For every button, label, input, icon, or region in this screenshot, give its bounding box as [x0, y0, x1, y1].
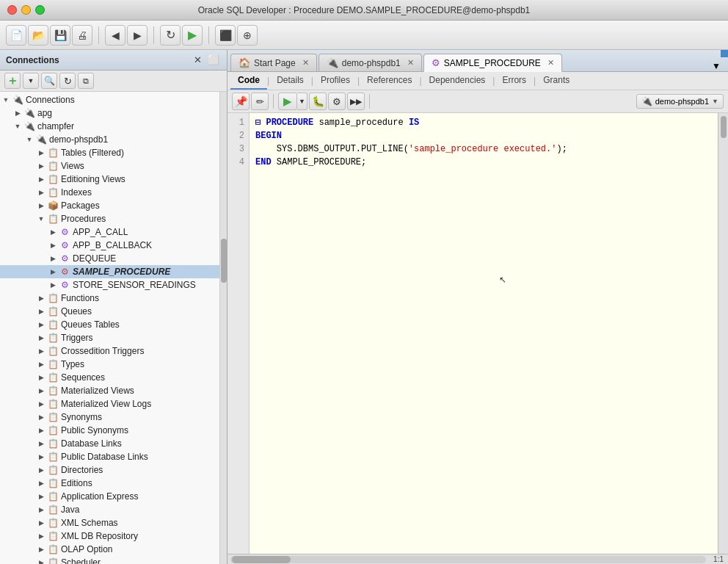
expander-sample[interactable]: ▶	[47, 266, 59, 278]
expander-dequeue[interactable]: ▶	[47, 253, 59, 264]
tree-node-apex[interactable]: ▶ 📋 Application Express	[0, 490, 219, 503]
expander-scheduler[interactable]: ▶	[35, 557, 47, 564]
expander-champfer[interactable]: ▼	[12, 120, 23, 132]
tree-node-types[interactable]: ▶ 📋 Types	[0, 358, 219, 371]
tree-node-synonyms[interactable]: ▶ 📋 Synonyms	[0, 411, 219, 424]
expander-indexes[interactable]: ▶	[35, 187, 47, 198]
expander-xml-db[interactable]: ▶	[35, 530, 47, 542]
horizontal-scrollbar[interactable]	[230, 556, 706, 563]
tree-node-olap[interactable]: ▶ 📋 OLAP Option	[0, 543, 219, 556]
compile-code-btn[interactable]: ⚙	[328, 93, 346, 110]
tree-node-xml-schemas[interactable]: ▶ 📋 XML Schemas	[0, 516, 219, 529]
expander-synonyms[interactable]: ▶	[35, 411, 47, 423]
tree-node-crossedition-triggers[interactable]: ▶ 📋 Crossedition Triggers	[0, 344, 219, 358]
demo-tab-close[interactable]: ✕	[407, 58, 414, 68]
window-controls[interactable]	[7, 5, 45, 15]
tree-node-editioning-views[interactable]: ▶ 📋 Editioning Views	[0, 173, 219, 186]
monitor-button[interactable]: ⊕	[237, 25, 258, 46]
expander-tables[interactable]: ▶	[35, 147, 47, 159]
tree-node-mat-views[interactable]: ▶ 📋 Materialized Views	[0, 384, 219, 397]
expander-types[interactable]: ▶	[35, 358, 47, 370]
open-button[interactable]: 📂	[28, 25, 48, 46]
expander-sequences[interactable]: ▶	[35, 372, 47, 383]
tree-node-packages[interactable]: ▶ 📦 Packages	[0, 199, 219, 212]
edit-code-btn[interactable]: ✏	[251, 93, 269, 110]
expander-demo[interactable]: ▼	[23, 134, 35, 145]
sub-tab-grants[interactable]: Grants	[536, 72, 577, 90]
tree-node-public-db-links[interactable]: ▶ 📋 Public Database Links	[0, 450, 219, 463]
expander-queues[interactable]: ▶	[35, 306, 47, 317]
tree-scrollbar[interactable]	[219, 92, 227, 564]
tree-node-tables[interactable]: ▶ 📋 Tables (Filtered)	[0, 146, 219, 159]
tree-node-directories[interactable]: ▶ 📋 Directories	[0, 463, 219, 477]
expander-connections[interactable]: ▼	[0, 94, 12, 106]
filter-btn[interactable]: 🔍	[41, 73, 57, 89]
expander-apex[interactable]: ▶	[35, 491, 47, 502]
sub-tab-dependencies[interactable]: Dependencies	[422, 72, 493, 90]
run-dropdown-btn[interactable]: ▼	[297, 93, 307, 110]
run-main-button[interactable]: ▶	[182, 25, 203, 46]
close-panel-icon[interactable]: ✕	[192, 54, 203, 66]
tree-node-demo-phspdb1[interactable]: ▼ 🔌 demo-phspdb1	[0, 133, 219, 146]
expander-app-a[interactable]: ▶	[47, 226, 59, 238]
tree-node-sequences[interactable]: ▶ 📋 Sequences	[0, 371, 219, 384]
add-connection-btn[interactable]: ＋	[4, 73, 21, 89]
expander-olap[interactable]: ▶	[35, 543, 47, 555]
expander-triggers[interactable]: ▶	[35, 332, 47, 344]
tree-node-scheduler[interactable]: ▶ 📋 Scheduler	[0, 556, 219, 564]
tab-start-page[interactable]: 🏠 Start Page ✕	[230, 54, 317, 71]
refresh-connections-btn[interactable]: ↻	[59, 73, 76, 89]
tree-node-editions[interactable]: ▶ 📋 Editions	[0, 477, 219, 490]
new-button[interactable]: 📄	[6, 25, 26, 46]
tree-node-champfer[interactable]: ▼ 🔌 champfer	[0, 120, 219, 133]
tree-node-views[interactable]: ▶ 📋 Views	[0, 159, 219, 173]
tree-node-db-links[interactable]: ▶ 📋 Database Links	[0, 437, 219, 450]
tab-sample-procedure[interactable]: ⚙ SAMPLE_PROCEDURE ✕	[423, 54, 562, 72]
expander-packages[interactable]: ▶	[35, 200, 47, 212]
run-code-btn[interactable]: ▶	[278, 93, 297, 110]
tree-node-queues-tables[interactable]: ▶ 📋 Queues Tables	[0, 318, 219, 331]
tree-node-triggers[interactable]: ▶ 📋 Triggers	[0, 331, 219, 344]
tabs-overflow-btn[interactable]: ▼	[707, 61, 725, 71]
refresh-button[interactable]: ↻	[160, 25, 181, 46]
expander-apg[interactable]: ▶	[12, 107, 23, 119]
tree-node-connections[interactable]: ▼ 🔌 Connections	[0, 93, 219, 106]
expander-xml-schemas[interactable]: ▶	[35, 517, 47, 529]
tree-node-queues[interactable]: ▶ 📋 Queues	[0, 305, 219, 318]
start-page-close[interactable]: ✕	[302, 58, 309, 68]
tree-node-mat-view-logs[interactable]: ▶ 📋 Materialized View Logs	[0, 397, 219, 411]
tree-node-xml-db[interactable]: ▶ 📋 XML DB Repository	[0, 529, 219, 543]
tree-node-store-sensor[interactable]: ▶ ⚙ STORE_SENSOR_READINGS	[0, 278, 219, 292]
save-button[interactable]: 💾	[50, 25, 70, 46]
minimize-button[interactable]	[21, 5, 31, 15]
sub-tab-errors[interactable]: Errors	[495, 72, 534, 90]
expander-db-links[interactable]: ▶	[35, 438, 47, 449]
tree-node-procedures[interactable]: ▼ 📋 Procedures	[0, 212, 219, 225]
expander-app-b[interactable]: ▶	[47, 239, 59, 251]
sub-tab-profiles[interactable]: Profiles	[313, 72, 357, 90]
debug-code-btn[interactable]: 🐛	[309, 93, 327, 110]
maximize-panel-icon[interactable]: ⬜	[206, 54, 221, 66]
expander-editions[interactable]: ▶	[35, 477, 47, 489]
expander-mat-logs[interactable]: ▶	[35, 398, 47, 410]
expander-dirs[interactable]: ▶	[35, 464, 47, 476]
expander-procedures[interactable]: ▼	[35, 213, 47, 225]
print-button[interactable]: 🖨	[72, 25, 92, 46]
connection-selector[interactable]: 🔌 demo-phspdb1 ▼	[636, 94, 724, 109]
tree-node-app-a-call[interactable]: ▶ ⚙ APP_A_CALL	[0, 225, 219, 239]
tree-node-apg[interactable]: ▶ 🔌 apg	[0, 106, 219, 120]
expander-crossedition[interactable]: ▶	[35, 345, 47, 357]
maximize-button[interactable]	[35, 5, 45, 15]
schema-browser-btn[interactable]: ⧉	[78, 73, 94, 89]
tree-node-indexes[interactable]: ▶ 📋 Indexes	[0, 186, 219, 199]
back-button[interactable]: ◀	[105, 25, 125, 46]
tree-node-functions[interactable]: ▶ 📋 Functions	[0, 292, 219, 305]
pin-code-btn[interactable]: 📌	[232, 93, 250, 110]
sample-tab-close[interactable]: ✕	[547, 58, 554, 68]
expander-pub-db[interactable]: ▶	[35, 451, 47, 463]
compile-more-btn[interactable]: ▶▶	[347, 93, 365, 110]
sub-tab-references[interactable]: References	[360, 72, 419, 90]
expander-editioning[interactable]: ▶	[35, 173, 47, 185]
tree-node-java[interactable]: ▶ 📋 Java	[0, 503, 219, 516]
code-right-scrollbar[interactable]	[718, 113, 728, 554]
